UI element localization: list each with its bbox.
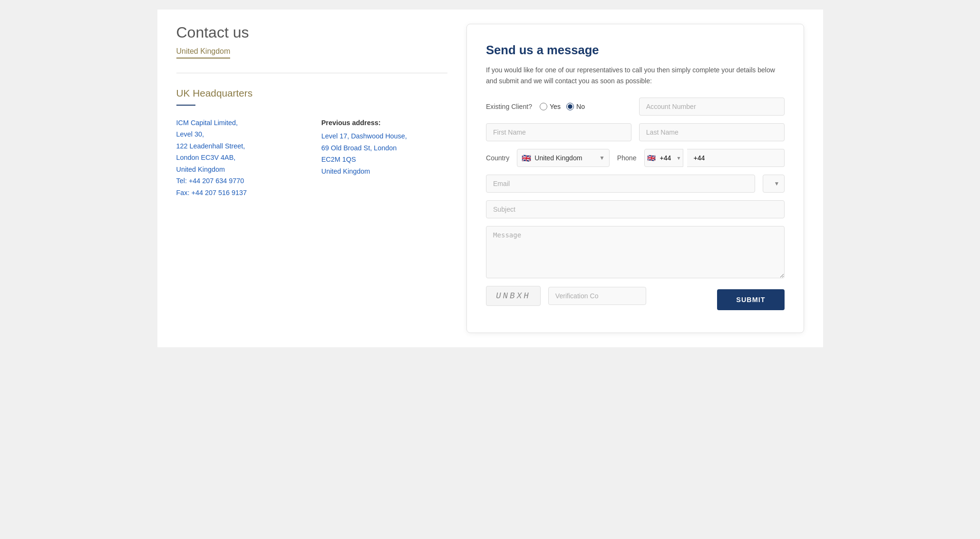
first-name-input[interactable] bbox=[486, 123, 631, 141]
previous-address: Previous address: Level 17, Dashwood Hou… bbox=[321, 117, 447, 198]
address-line-2: 122 Leadenhall Street, bbox=[176, 140, 302, 152]
previous-address-label: Previous address: bbox=[321, 117, 447, 128]
captcha-image: UNBXH bbox=[486, 286, 541, 306]
prev-line-1: Level 17, Dashwood House, bbox=[321, 130, 447, 142]
phone-label: Phone bbox=[617, 154, 637, 162]
name-row bbox=[486, 123, 785, 141]
message-textarea[interactable] bbox=[486, 226, 785, 278]
prev-line-3: EC2M 1QS bbox=[321, 154, 447, 165]
form-title: Send us a message bbox=[486, 43, 785, 57]
country-tab[interactable]: United Kingdom bbox=[176, 47, 231, 59]
radio-group: Yes No bbox=[540, 103, 585, 110]
country-phone-row: Country 🇬🇧 United Kingdom United States … bbox=[486, 149, 785, 167]
captcha-row: UNBXH bbox=[486, 286, 646, 306]
tel: Tel: +44 207 634 9770 bbox=[176, 175, 302, 186]
left-panel: Contact us United Kingdom UK Headquarter… bbox=[176, 24, 447, 198]
prev-line-2: 69 Old Broad St, London bbox=[321, 142, 447, 154]
radio-no[interactable] bbox=[566, 103, 574, 110]
hq-underline bbox=[176, 105, 195, 106]
email-inquiry-row: Nature of Inquiry General Support Sales … bbox=[486, 175, 785, 193]
address-line-4: United Kingdom bbox=[176, 164, 302, 175]
nature-select-wrapper: Nature of Inquiry General Support Sales … bbox=[763, 175, 785, 193]
address-line-3: London EC3V 4AB, bbox=[176, 152, 302, 163]
company-name: ICM Capital Limited, bbox=[176, 117, 302, 128]
form-description: If you would like for one of our represe… bbox=[486, 65, 785, 86]
message-row bbox=[486, 226, 785, 278]
address-columns: ICM Capital Limited, Level 30, 122 Leade… bbox=[176, 117, 447, 198]
country-label: Country bbox=[486, 154, 509, 162]
phone-number-input[interactable] bbox=[687, 149, 785, 167]
phone-prefix-select[interactable]: +44 +1 +49 bbox=[644, 149, 683, 167]
captcha-input[interactable] bbox=[548, 287, 646, 305]
subject-row bbox=[486, 200, 785, 218]
radio-yes-label[interactable]: Yes bbox=[540, 103, 561, 110]
radio-yes[interactable] bbox=[540, 103, 547, 110]
country-select-wrapper: 🇬🇧 United Kingdom United States Germany … bbox=[517, 149, 610, 167]
account-number-wrapper bbox=[639, 98, 785, 116]
radio-no-label[interactable]: No bbox=[566, 103, 585, 110]
country-select[interactable]: United Kingdom United States Germany bbox=[517, 149, 610, 167]
tab-divider bbox=[176, 73, 447, 73]
phone-group: 🇬🇧 +44 +1 +49 ▼ bbox=[644, 149, 785, 167]
nature-select[interactable]: Nature of Inquiry General Support Sales bbox=[763, 175, 785, 193]
current-address: ICM Capital Limited, Level 30, 122 Leade… bbox=[176, 117, 302, 198]
phone-prefix-wrapper: 🇬🇧 +44 +1 +49 ▼ bbox=[644, 149, 683, 167]
bottom-row: UNBXH SUBMIT bbox=[486, 286, 785, 314]
subject-input[interactable] bbox=[486, 200, 785, 218]
last-name-input[interactable] bbox=[639, 123, 785, 141]
existing-client-label: Existing Client? bbox=[486, 103, 532, 110]
contact-form-panel: Send us a message If you would like for … bbox=[466, 24, 804, 333]
fax: Fax: +44 207 516 9137 bbox=[176, 187, 302, 198]
page-container: Contact us United Kingdom UK Headquarter… bbox=[157, 10, 823, 347]
prev-line-4: United Kingdom bbox=[321, 166, 447, 177]
address-line-1: Level 30, bbox=[176, 128, 302, 140]
existing-client-group: Existing Client? Yes No bbox=[486, 103, 631, 110]
page-title: Contact us bbox=[176, 24, 447, 41]
account-number-input[interactable] bbox=[639, 98, 785, 116]
submit-button[interactable]: SUBMIT bbox=[717, 289, 784, 310]
hq-title: UK Headquarters bbox=[176, 88, 447, 99]
email-input[interactable] bbox=[486, 175, 755, 193]
radio-no-text: No bbox=[576, 103, 585, 110]
radio-yes-text: Yes bbox=[550, 103, 561, 110]
existing-client-row: Existing Client? Yes No bbox=[486, 98, 785, 116]
